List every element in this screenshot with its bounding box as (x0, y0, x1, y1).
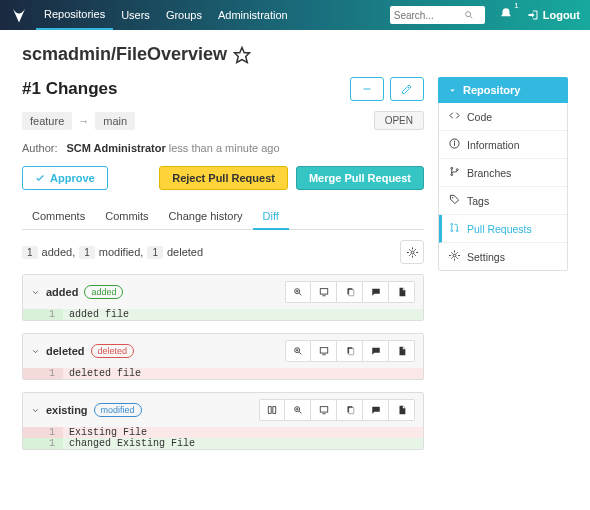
pr-status: OPEN (374, 111, 424, 130)
file-header[interactable]: addedadded (23, 275, 423, 309)
deleted-count: 1 (147, 246, 163, 259)
file-name: deleted (46, 345, 85, 357)
sidebar-item-information[interactable]: Information (439, 131, 567, 159)
comment-icon (371, 287, 381, 297)
screen-icon (319, 287, 329, 297)
line-number: 1 (23, 309, 63, 320)
svg-line-24 (299, 411, 301, 413)
line-number: 1 (23, 427, 63, 438)
file-action-copy-button[interactable] (337, 281, 363, 303)
source-branch: feature (22, 112, 72, 130)
comment-icon (371, 346, 381, 356)
file-action-comment-button[interactable] (363, 340, 389, 362)
diff-line: 1Existing File (23, 427, 423, 438)
diff-settings-button[interactable] (400, 240, 424, 264)
svg-point-4 (411, 251, 414, 254)
tab-comments[interactable]: Comments (22, 204, 95, 229)
svg-point-34 (451, 167, 453, 169)
notifications-button[interactable]: 1 (499, 7, 513, 23)
nav-groups[interactable]: Groups (158, 0, 210, 30)
svg-rect-17 (320, 348, 328, 353)
pr-tabs: Comments Commits Change history Diff (22, 204, 424, 230)
file-action-screen-button[interactable] (311, 399, 337, 421)
sidebar-item-code[interactable]: Code (439, 103, 567, 131)
search-box[interactable] (390, 6, 485, 24)
gear-icon (449, 250, 460, 263)
tab-diff[interactable]: Diff (253, 204, 289, 230)
sidebar-item-pull-requests[interactable]: Pull Requests (439, 215, 567, 243)
svg-line-6 (299, 293, 301, 295)
svg-rect-27 (320, 407, 328, 412)
bell-icon (499, 7, 513, 21)
line-text: Existing File (63, 427, 423, 438)
file-action-file-button[interactable] (389, 399, 415, 421)
file-action-zoom-button[interactable] (285, 340, 311, 362)
svg-rect-9 (320, 289, 328, 294)
zoom-icon (293, 346, 303, 356)
sidebar-item-tags[interactable]: Tags (439, 187, 567, 215)
file-action-zoom-button[interactable] (285, 399, 311, 421)
minus-icon (361, 83, 373, 95)
file-name: added (46, 286, 78, 298)
file-action-zoom-button[interactable] (285, 281, 311, 303)
screen-icon (319, 346, 329, 356)
svg-point-38 (451, 223, 453, 225)
svg-line-14 (299, 352, 301, 354)
file-action-file-button[interactable] (389, 340, 415, 362)
file-header[interactable]: existingmodified (23, 393, 423, 427)
sidebar-item-label: Tags (467, 195, 489, 207)
svg-point-36 (456, 169, 458, 171)
logout-button[interactable]: Logout (527, 9, 580, 21)
split-icon (267, 405, 277, 415)
reject-button[interactable]: Reject Pull Request (159, 166, 288, 190)
file-action-copy-button[interactable] (337, 340, 363, 362)
file-action-copy-button[interactable] (337, 399, 363, 421)
chevron-down-icon (31, 347, 40, 356)
modified-count: 1 (79, 246, 95, 259)
tab-change-history[interactable]: Change history (159, 204, 253, 229)
merge-button[interactable]: Merge Pull Request (296, 166, 424, 190)
svg-point-33 (454, 141, 455, 142)
file-action-screen-button[interactable] (311, 340, 337, 362)
branch-icon (449, 166, 460, 179)
collapse-button[interactable] (350, 77, 384, 101)
code-icon (449, 110, 460, 123)
edit-icon (401, 83, 413, 95)
svg-line-1 (470, 16, 472, 18)
file-action-screen-button[interactable] (311, 281, 337, 303)
nav-repositories[interactable]: Repositories (36, 0, 113, 30)
author-label: Author: (22, 142, 57, 154)
approve-button[interactable]: Approve (22, 166, 108, 190)
sidebar-header-label: Repository (463, 84, 520, 96)
search-input[interactable] (394, 10, 464, 21)
sidebar-header[interactable]: Repository (438, 77, 568, 103)
file-action-file-button[interactable] (389, 281, 415, 303)
info-icon (449, 138, 460, 151)
tab-commits[interactable]: Commits (95, 204, 158, 229)
sidebar-item-label: Code (467, 111, 492, 123)
sidebar-item-label: Pull Requests (467, 223, 532, 235)
edit-button[interactable] (390, 77, 424, 101)
star-icon[interactable] (233, 46, 251, 64)
zoom-icon (293, 405, 303, 415)
caret-down-icon (448, 86, 457, 95)
file-action-comment-button[interactable] (363, 281, 389, 303)
file-name: existing (46, 404, 88, 416)
file-header[interactable]: deleteddeleted (23, 334, 423, 368)
nav-users[interactable]: Users (113, 0, 158, 30)
diff-line: 1deleted file (23, 368, 423, 379)
app-logo-icon (10, 6, 28, 24)
diff-summary: 1 added, 1 modified, 1 deleted (22, 240, 424, 264)
file-action-comment-button[interactable] (363, 399, 389, 421)
copy-icon (345, 287, 355, 297)
svg-point-35 (451, 174, 453, 176)
sidebar-item-branches[interactable]: Branches (439, 159, 567, 187)
svg-rect-21 (268, 407, 271, 414)
nav-administration[interactable]: Administration (210, 0, 296, 30)
file-block: addedadded1added file (22, 274, 424, 321)
sidebar-item-label: Settings (467, 251, 505, 263)
sidebar-item-settings[interactable]: Settings (439, 243, 567, 270)
file-icon (397, 287, 407, 297)
file-action-split-button[interactable] (259, 399, 285, 421)
diff-line: 1added file (23, 309, 423, 320)
